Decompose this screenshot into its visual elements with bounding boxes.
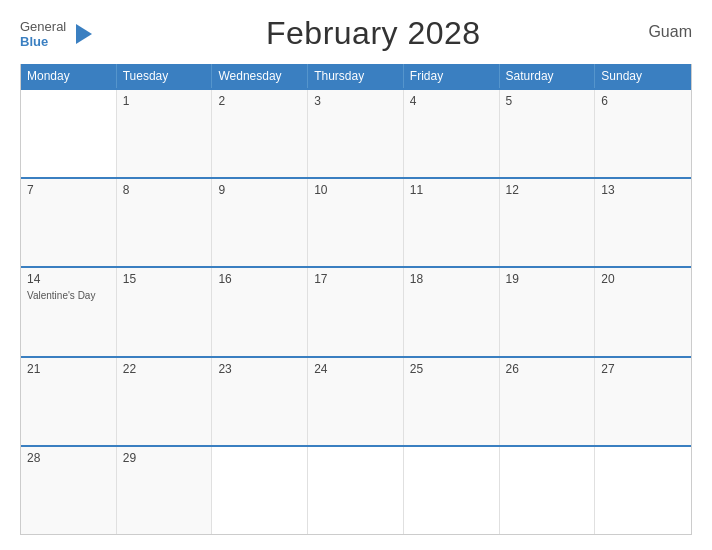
week-row-5: 2829	[21, 445, 691, 534]
day-header-saturday: Saturday	[500, 64, 596, 88]
day-cell: 13	[595, 179, 691, 266]
day-cell	[404, 447, 500, 534]
day-header-tuesday: Tuesday	[117, 64, 213, 88]
day-header-sunday: Sunday	[595, 64, 691, 88]
day-number: 17	[314, 272, 397, 286]
day-number: 19	[506, 272, 589, 286]
day-number: 16	[218, 272, 301, 286]
day-number: 28	[27, 451, 110, 465]
day-number: 26	[506, 362, 589, 376]
day-cell: 3	[308, 90, 404, 177]
day-cell: 4	[404, 90, 500, 177]
day-cell: 2	[212, 90, 308, 177]
day-cell: 9	[212, 179, 308, 266]
day-cell	[21, 90, 117, 177]
logo-general-text: General	[20, 19, 66, 34]
day-cell	[500, 447, 596, 534]
weeks-container: 1234567891011121314Valentine's Day151617…	[21, 88, 691, 534]
day-number: 27	[601, 362, 685, 376]
day-cell: 11	[404, 179, 500, 266]
day-number: 6	[601, 94, 685, 108]
day-number: 4	[410, 94, 493, 108]
day-number: 14	[27, 272, 110, 286]
week-row-3: 14Valentine's Day151617181920	[21, 266, 691, 355]
day-cell: 14Valentine's Day	[21, 268, 117, 355]
day-number: 13	[601, 183, 685, 197]
day-header-monday: Monday	[21, 64, 117, 88]
day-number: 25	[410, 362, 493, 376]
day-cell	[595, 447, 691, 534]
day-cell: 17	[308, 268, 404, 355]
logo-flag-icon	[70, 20, 98, 48]
day-number: 23	[218, 362, 301, 376]
day-event: Valentine's Day	[27, 290, 110, 301]
day-cell: 23	[212, 358, 308, 445]
day-cell: 28	[21, 447, 117, 534]
day-number: 20	[601, 272, 685, 286]
day-cell: 25	[404, 358, 500, 445]
day-cell	[308, 447, 404, 534]
day-cell: 18	[404, 268, 500, 355]
day-number: 1	[123, 94, 206, 108]
calendar-grid: MondayTuesdayWednesdayThursdayFridaySatu…	[20, 64, 692, 535]
day-headers: MondayTuesdayWednesdayThursdayFridaySatu…	[21, 64, 691, 88]
day-cell: 22	[117, 358, 213, 445]
day-cell: 27	[595, 358, 691, 445]
day-number: 5	[506, 94, 589, 108]
day-cell: 8	[117, 179, 213, 266]
day-cell	[212, 447, 308, 534]
day-number: 18	[410, 272, 493, 286]
day-cell: 16	[212, 268, 308, 355]
day-number: 10	[314, 183, 397, 197]
day-number: 21	[27, 362, 110, 376]
calendar-container: General Blue February 2028 Guam MondayTu…	[0, 0, 712, 550]
day-cell: 20	[595, 268, 691, 355]
week-row-1: 123456	[21, 88, 691, 177]
day-cell: 5	[500, 90, 596, 177]
day-cell: 29	[117, 447, 213, 534]
day-number: 2	[218, 94, 301, 108]
day-cell: 21	[21, 358, 117, 445]
day-header-thursday: Thursday	[308, 64, 404, 88]
svg-marker-0	[76, 24, 92, 44]
day-cell: 1	[117, 90, 213, 177]
day-cell: 7	[21, 179, 117, 266]
calendar-header: General Blue February 2028 Guam	[20, 15, 692, 52]
day-header-friday: Friday	[404, 64, 500, 88]
day-number: 11	[410, 183, 493, 197]
logo: General Blue	[20, 19, 98, 49]
day-number: 15	[123, 272, 206, 286]
day-cell: 12	[500, 179, 596, 266]
day-number: 9	[218, 183, 301, 197]
week-row-4: 21222324252627	[21, 356, 691, 445]
day-number: 8	[123, 183, 206, 197]
day-cell: 15	[117, 268, 213, 355]
day-cell: 10	[308, 179, 404, 266]
day-cell: 24	[308, 358, 404, 445]
day-number: 3	[314, 94, 397, 108]
day-number: 22	[123, 362, 206, 376]
day-cell: 19	[500, 268, 596, 355]
calendar-title: February 2028	[266, 15, 481, 52]
region-label: Guam	[648, 15, 692, 41]
day-cell: 6	[595, 90, 691, 177]
day-number: 12	[506, 183, 589, 197]
logo-blue-text: Blue	[20, 34, 66, 49]
day-number: 7	[27, 183, 110, 197]
day-header-wednesday: Wednesday	[212, 64, 308, 88]
week-row-2: 78910111213	[21, 177, 691, 266]
day-cell: 26	[500, 358, 596, 445]
day-number: 24	[314, 362, 397, 376]
day-number: 29	[123, 451, 206, 465]
